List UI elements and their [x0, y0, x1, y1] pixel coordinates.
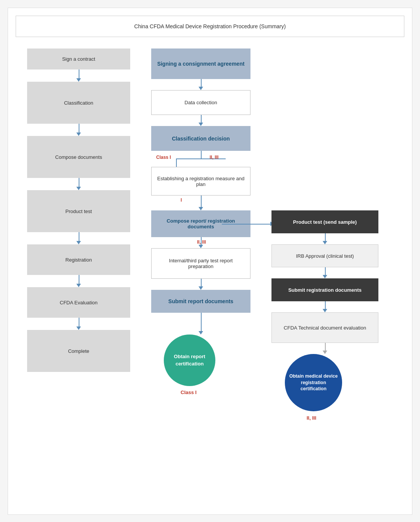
- label-roman-i: I: [181, 197, 182, 203]
- circle-class1: Obtain report certification: [164, 335, 215, 386]
- box-sign: Sign a contract: [27, 48, 130, 69]
- arrowhead-col2-3: [199, 207, 203, 210]
- arrow-col2-6: [201, 313, 202, 332]
- arrow-col1-2: [79, 124, 79, 133]
- title-box: China CFDA Medical Device Registration P…: [16, 16, 404, 37]
- arrowhead-col3-3: [323, 309, 327, 312]
- arrow-col1-1: [79, 69, 79, 79]
- box-classification-decision: Classification decision: [151, 126, 250, 151]
- box-submit-reg: Submit registration documents: [271, 278, 378, 301]
- arrowhead-col2-1: [199, 87, 203, 90]
- box-establishing: Establishing a registration measure and …: [151, 167, 250, 196]
- arrow-col1-3: [79, 178, 79, 187]
- box-compose: Compose documents: [27, 136, 130, 178]
- box-cfda-eval: CFDA Evaluation: [27, 287, 130, 318]
- arrowhead-col3-2: [323, 275, 327, 278]
- arrowhead-col1-1: [76, 78, 81, 82]
- diagram: Sign a contract Classification Compose d…: [16, 48, 404, 507]
- arrow-col1-6: [79, 318, 79, 327]
- box-classification: Classification: [27, 82, 130, 124]
- arrow-col1-4: [79, 232, 79, 242]
- arrow-col3-4: [325, 343, 326, 351]
- box-complete: Complete: [27, 330, 130, 372]
- arrow-col3-2: [325, 267, 326, 276]
- label-class1-bottom: Class I: [181, 389, 197, 395]
- label-class1-branch: Class I: [156, 155, 171, 160]
- arrowhead-col1-5: [76, 284, 81, 287]
- arrowhead-col1-2: [76, 133, 81, 136]
- box-submit-report: Submit report documents: [151, 290, 250, 313]
- arrowhead-col1-4: [76, 241, 81, 244]
- circle-class23: Obtain medical device registration certi…: [285, 354, 342, 411]
- arrow-col3-1: [325, 233, 326, 242]
- page-title: China CFDA Medical Device Registration P…: [134, 23, 286, 29]
- arrow-col3-3: [325, 301, 326, 310]
- arrow-col2-3: [201, 196, 202, 208]
- box-data-collection: Data collection: [151, 90, 250, 115]
- box-product-test: Product test: [27, 190, 130, 232]
- arrowhead-col2-6: [199, 331, 203, 335]
- box-product-test-send: Product test (send sample): [271, 210, 378, 233]
- arrowhead-col2-4: [199, 245, 203, 248]
- box-cfda-tech: CFDA Technical document evaluation: [271, 312, 378, 343]
- arrowhead-col2-5: [199, 286, 203, 290]
- box-irb: IRB Approval (clinical test): [271, 244, 378, 267]
- arrowhead-col1-3: [76, 187, 81, 190]
- arrow-col2-2: [201, 115, 202, 123]
- branch-line-v: [201, 151, 202, 158]
- arrowhead-col3-4: [323, 351, 327, 354]
- arrow-to-col3: [222, 224, 271, 225]
- arrow-col2-1: [201, 79, 202, 87]
- arrowhead-col3-1: [323, 241, 327, 244]
- label-class23-branch: II, III: [210, 155, 218, 160]
- arrow-col2-5: [201, 279, 202, 287]
- arrow-col1-5: [79, 275, 79, 284]
- arrow-col2-4: [201, 237, 202, 246]
- box-registration: Registration: [27, 244, 130, 275]
- page-wrapper: China CFDA Medical Device Registration P…: [8, 8, 412, 515]
- label-class23-bottom: II, III: [307, 415, 316, 421]
- arrowhead-col1-6: [76, 326, 81, 330]
- branch-left-v: [176, 158, 177, 167]
- box-internal-test: Internal/third party test report prepara…: [151, 248, 250, 279]
- box-signing-agreement: Signing a consignment agreement: [151, 48, 250, 79]
- arrowhead-col2-2: [199, 123, 203, 126]
